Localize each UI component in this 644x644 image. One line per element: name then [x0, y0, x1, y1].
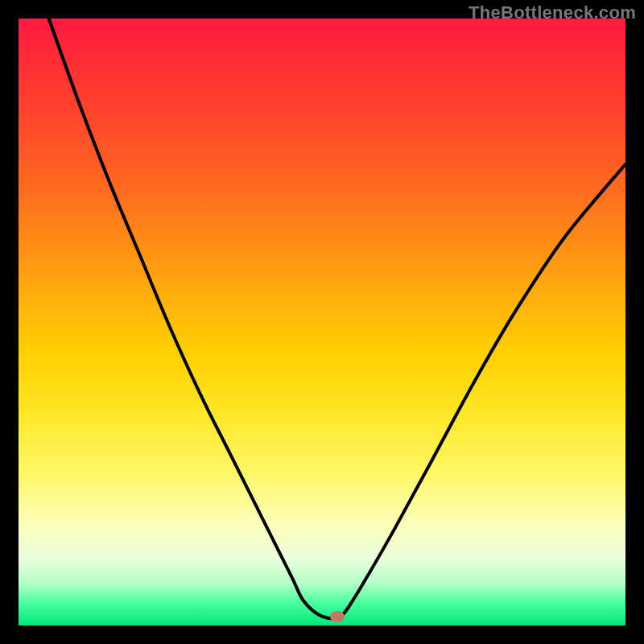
chart-frame: TheBottleneck.com [0, 0, 644, 644]
plot-area [19, 19, 625, 625]
optimal-point-marker [330, 611, 345, 622]
bottleneck-curve [19, 19, 625, 625]
watermark-text: TheBottleneck.com [469, 2, 636, 23]
